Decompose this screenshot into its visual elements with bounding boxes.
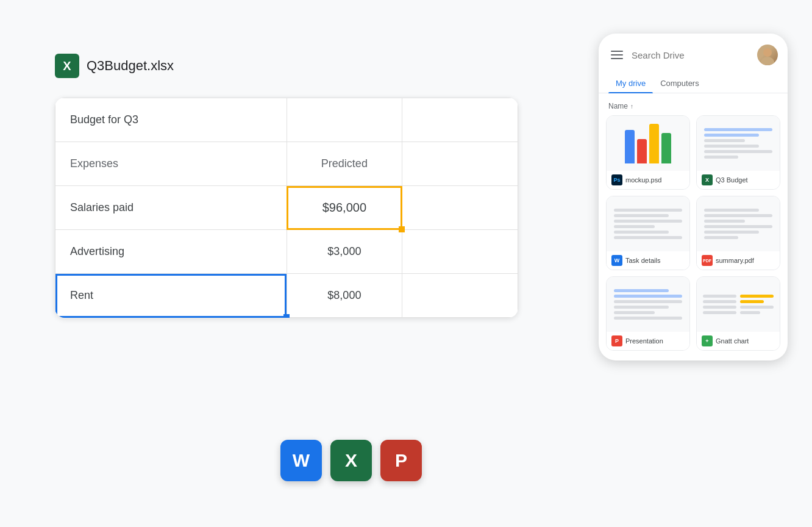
file-type-badge-w: W	[611, 255, 622, 266]
file-preview	[607, 196, 689, 251]
avatar[interactable]	[757, 45, 778, 65]
file-label: Ps mockup.psd	[607, 171, 689, 189]
word-icon[interactable]: W	[280, 440, 322, 481]
hamburger-menu-icon[interactable]	[608, 48, 625, 62]
file-preview	[697, 116, 780, 171]
file-header: X Q3Budget.xlsx	[55, 54, 174, 78]
rent-value: $8,000	[287, 274, 402, 317]
salaries-value: $96,000	[287, 186, 402, 229]
salaries-label: Salaries paid	[55, 186, 287, 229]
file-label-text: Task details	[625, 257, 660, 264]
expenses-label: Expenses	[55, 142, 287, 185]
list-item[interactable]: X Q3 Budget	[696, 115, 780, 190]
tab-my-drive[interactable]: My drive	[608, 74, 653, 93]
tab-computers[interactable]: Computers	[653, 74, 707, 93]
file-label-text: Q3 Budget	[716, 176, 748, 184]
file-label: X Q3 Budget	[697, 171, 780, 189]
file-preview	[697, 196, 780, 251]
file-type-badge-p: P	[611, 335, 622, 346]
spreadsheet-title: Budget for Q3	[55, 98, 287, 142]
file-label-text: Gnatt chart	[716, 337, 749, 345]
drive-tabs: My drive Computers	[599, 74, 788, 93]
spreadsheet-table: Budget for Q3 Expenses Predicted Salarie…	[55, 98, 518, 318]
file-preview	[607, 116, 689, 171]
search-input[interactable]	[632, 50, 751, 60]
file-label: PDF summary.pdf	[697, 251, 780, 270]
excel-icon-btn[interactable]: X	[330, 440, 372, 481]
drive-panel: My drive Computers Name ↑ Ps mockup.psd	[599, 34, 788, 360]
file-label: + Gnatt chart	[697, 332, 780, 350]
list-item[interactable]: + Gnatt chart	[696, 276, 780, 351]
file-label-text: Presentation	[625, 337, 663, 345]
powerpoint-icon[interactable]: P	[380, 440, 422, 481]
list-item[interactable]: Ps mockup.psd	[606, 115, 690, 190]
spreadsheet-card: Budget for Q3 Expenses Predicted Salarie…	[55, 98, 518, 318]
list-item[interactable]: PDF summary.pdf	[696, 196, 780, 270]
table-row: Rent $8,000	[55, 274, 518, 318]
bar-red	[637, 139, 647, 163]
excel-file-icon: X	[55, 54, 79, 78]
file-label: W Task details	[607, 251, 689, 270]
doc-preview	[607, 201, 689, 246]
advertising-value: $3,000	[287, 230, 402, 273]
table-row: Salaries paid $96,000	[55, 186, 518, 230]
file-label-text: summary.pdf	[716, 257, 754, 264]
file-type-badge-x: X	[702, 174, 713, 185]
list-item[interactable]: P Presentation	[606, 276, 690, 351]
file-type-badge-pdf: PDF	[702, 255, 713, 266]
doc-preview	[697, 289, 780, 320]
doc-preview	[607, 282, 689, 327]
drive-file-grid: Ps mockup.psd X Q3 Budget	[599, 115, 788, 351]
predicted-label: Predicted	[287, 142, 402, 185]
yellow-fill-handle[interactable]	[399, 226, 405, 232]
file-type-badge-ps: Ps	[611, 174, 622, 185]
chart-preview	[618, 117, 678, 171]
drive-search-bar	[599, 34, 788, 74]
bar-green	[661, 133, 671, 163]
file-preview	[697, 277, 780, 332]
list-item[interactable]: W Task details	[606, 196, 690, 270]
rent-label-cell[interactable]: Rent	[55, 274, 287, 318]
sort-arrow-icon: ↑	[630, 103, 633, 110]
bar-blue	[625, 130, 635, 163]
table-row: Budget for Q3	[55, 98, 518, 142]
file-name: Q3Budget.xlsx	[87, 58, 174, 74]
file-preview	[607, 277, 689, 332]
salaries-value-cell[interactable]: $96,000	[287, 186, 402, 230]
file-type-badge-plus: +	[702, 335, 713, 346]
bar-yellow	[649, 124, 659, 163]
table-row: Expenses Predicted	[55, 142, 518, 186]
doc-preview	[697, 201, 780, 246]
drive-sort-header[interactable]: Name ↑	[599, 99, 788, 115]
table-row: Advertising $3,000	[55, 230, 518, 274]
doc-preview	[697, 121, 780, 166]
advertising-label: Advertising	[55, 230, 287, 273]
app-icons-row: W X P	[280, 440, 422, 481]
rent-label: Rent	[55, 274, 287, 317]
file-label: P Presentation	[607, 332, 689, 350]
blue-fill-handle[interactable]	[283, 314, 290, 318]
file-label-text: mockup.psd	[625, 176, 661, 184]
